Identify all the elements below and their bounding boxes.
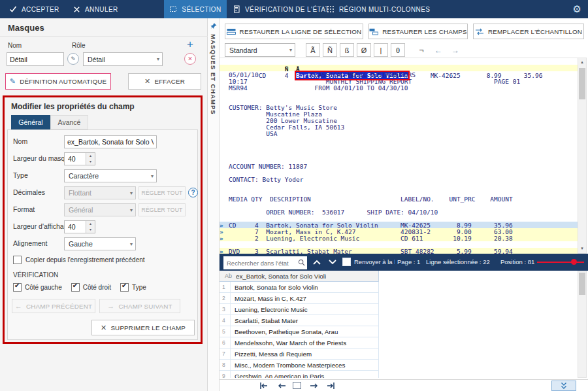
verification-checkbox[interactable]: ✔Type <box>120 283 146 292</box>
verification-checkbox[interactable]: ✔Côté gauche <box>13 283 62 292</box>
spin-up-icon[interactable]: ▴ <box>86 221 95 227</box>
report-line[interactable]: ORDER NUMBER: 536017 SHIP DATE: 04/10/10 <box>220 209 578 215</box>
checkbox[interactable] <box>13 256 22 264</box>
pin-icon[interactable] <box>210 22 218 30</box>
display-width-stepper[interactable]: 40 ▴▾ <box>64 220 95 233</box>
report-line[interactable]: » 7 Mozart, Mass in C, K.427 420831-2 9.… <box>220 228 578 235</box>
trap-char-button[interactable]: Ã <box>306 43 320 57</box>
report-line[interactable]: Cedar Falls, IA 50613 <box>220 124 578 130</box>
report-line[interactable] <box>220 189 578 196</box>
tab-selection[interactable]: SÉLECTION <box>164 0 227 18</box>
scroll-up-icon[interactable]: ▲ <box>578 58 586 67</box>
checkbox[interactable]: ✔ <box>120 283 129 292</box>
trap-set-select[interactable]: Standard ▾ <box>225 43 295 57</box>
table-scrollbar[interactable] <box>578 271 587 378</box>
table-row[interactable]: 4Scarlatti, Stabat Mater <box>220 315 378 326</box>
trap-op-button[interactable]: ¬ <box>414 43 429 57</box>
report-line[interactable] <box>220 97 578 104</box>
scroll-down-icon[interactable]: ▼ <box>578 245 586 253</box>
table-row[interactable]: 5Beethoven, Pathetique Sonata, Arau <box>220 326 378 337</box>
report-line[interactable]: CONTACT: Betty Yoder <box>220 176 578 182</box>
next-page-icon[interactable] <box>308 382 319 390</box>
report-line[interactable] <box>220 91 578 97</box>
current-page-indicator[interactable] <box>293 382 301 389</box>
tab-report-verification[interactable]: VÉRIFICATION DE L'ÉTAT <box>233 0 329 18</box>
copy-previous-checkbox[interactable]: Copier depuis l'enregistrement précédent <box>13 256 145 264</box>
search-field[interactable] <box>223 256 307 268</box>
tab-multi-column-region[interactable]: RÉGION MULTI-COLONNES <box>327 0 430 18</box>
trap-char-button[interactable]: Ñ <box>323 43 337 57</box>
trap-ruler-line[interactable]: Ñ Ã <box>220 58 578 65</box>
report-line[interactable] <box>220 182 578 189</box>
clear-button[interactable]: ✕ EFFACER <box>128 73 201 90</box>
type-select[interactable]: Caractère ▾ <box>64 169 157 182</box>
report-line[interactable] <box>220 150 578 156</box>
report-line[interactable]: Muscatine Plaza <box>220 110 578 117</box>
table-row[interactable]: 8Misc., Modern Trombone Masterpieces <box>220 360 378 371</box>
settings-gear-icon[interactable]: ⚙ <box>573 0 581 18</box>
table-row[interactable]: 9Gershwin, An American in Paris <box>220 371 378 378</box>
replace-sample-button[interactable]: REMPLACER L'ÉCHANTILLON <box>473 24 584 39</box>
previous-page-icon[interactable] <box>277 382 287 390</box>
report-line[interactable] <box>220 143 578 150</box>
trap-char-button[interactable]: θ <box>391 43 405 57</box>
report-line[interactable] <box>220 169 578 176</box>
checkbox[interactable]: ✔ <box>13 283 22 292</box>
mask-width-stepper[interactable]: 40 ▴▾ <box>64 152 95 165</box>
search-input[interactable] <box>223 258 307 269</box>
edit-mask-icon[interactable]: ✎ <box>67 53 79 65</box>
auto-define-button[interactable]: ✎ DÉFINITION AUTOMATIQUE <box>5 73 111 90</box>
report-line[interactable]: MEDIA QTY DESCRIPTION LABEL/NO. UNT_PRC … <box>220 196 578 202</box>
trap-char-button[interactable]: Ø <box>357 43 371 57</box>
restore-selection-line-button[interactable]: RESTAURER LA LIGNE DE SÉLECTION <box>225 24 363 39</box>
field-name-input[interactable] <box>64 135 157 148</box>
report-line[interactable]: »CD 4 Bartok, Sonata for Solo Violin MK-… <box>220 222 578 228</box>
find-next-chevron-down-icon[interactable] <box>328 259 337 265</box>
report-line[interactable] <box>220 156 578 163</box>
last-page-icon[interactable] <box>325 382 336 390</box>
spin-down-icon[interactable]: ▾ <box>86 227 95 233</box>
table-header[interactable]: Ab ex_Bartok, Sonata for Solo Violi <box>220 271 379 282</box>
report-line[interactable] <box>220 215 578 222</box>
mask-name-input[interactable] <box>7 52 64 66</box>
tab-general[interactable]: Général <box>11 115 50 129</box>
restore-fields-button[interactable]: RESTAURER LES CHAMPS <box>368 24 468 39</box>
find-previous-chevron-up-icon[interactable] <box>312 259 321 265</box>
table-row[interactable]: 1Bartok, Sonata for Solo Violin <box>220 282 378 293</box>
table-row[interactable]: 6Mendelssohn, War March of the Priests <box>220 337 378 348</box>
delete-field-button[interactable]: ✕ SUPPRIMER LE CHAMP <box>91 320 195 335</box>
return-to-line-checkbox[interactable] <box>342 258 351 266</box>
remove-mask-icon[interactable]: ✕ <box>184 53 196 65</box>
add-mask-button[interactable]: + <box>187 40 193 49</box>
report-line[interactable]: MSR94 FROM 04/01/10 TO 04/30/10 <box>220 84 578 91</box>
expand-bottom-panel-button[interactable] <box>551 381 576 391</box>
verification-checkbox[interactable]: ✔Côté droit <box>71 283 111 292</box>
report-line[interactable]: CUSTOMER: Betty's Music Store <box>220 104 578 110</box>
trap-char-button[interactable]: | <box>374 43 388 57</box>
scrollbar-thumb[interactable] <box>579 68 585 99</box>
help-icon[interactable]: ? <box>188 188 198 197</box>
table-row[interactable]: 2Mozart, Mass in C, K.427 <box>220 293 378 304</box>
slider-handle[interactable] <box>571 259 577 265</box>
table-row[interactable]: 7Pizzetti, Messa di Requiem <box>220 348 378 360</box>
tab-masks-and-fields[interactable]: MASQUES ET CHAMPS <box>210 34 217 115</box>
search-icon[interactable] <box>298 259 305 266</box>
table-row[interactable]: 3Luening, Electronic Music <box>220 304 378 315</box>
scrollbar-thumb[interactable] <box>579 273 585 295</box>
position-slider[interactable] <box>537 262 584 263</box>
mask-role-select[interactable]: Détail ▾ <box>83 52 163 66</box>
report-line[interactable]: » 2 Luening, Electronic Music CD 611 10.… <box>220 235 578 241</box>
report-line[interactable]: 200 Lower Muscatine <box>220 117 578 124</box>
alignment-select[interactable]: Gauche ▾ <box>64 237 136 250</box>
trap-op-button[interactable]: ← <box>431 43 446 57</box>
spin-up-icon[interactable]: ▴ <box>86 153 95 159</box>
first-page-icon[interactable] <box>259 382 269 390</box>
report-scrollbar[interactable]: ▲ ▼ <box>578 58 587 254</box>
report-view[interactable]: Ñ Ã CD 4 Bartok, Sonata for Solo Violin … <box>220 58 578 254</box>
tab-advanced[interactable]: Avancé <box>50 115 88 129</box>
report-line[interactable] <box>220 202 578 209</box>
spin-down-icon[interactable]: ▾ <box>86 159 95 165</box>
report-line[interactable]: ACCOUNT NUMBER: 11887 <box>220 163 578 169</box>
trap-char-button[interactable]: ß <box>340 43 354 57</box>
report-line[interactable]: USA <box>220 130 578 137</box>
